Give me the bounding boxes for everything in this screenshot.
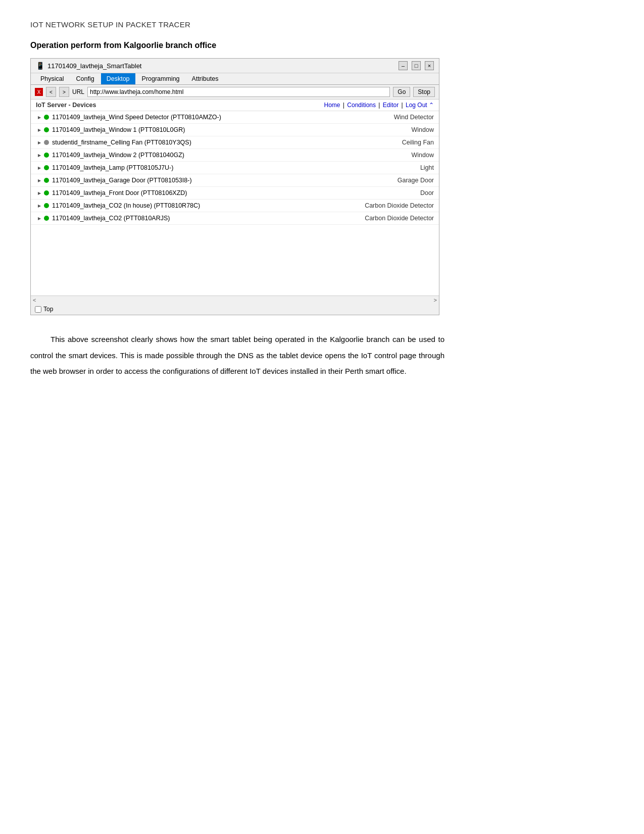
tab-desktop[interactable]: Desktop bbox=[101, 73, 135, 84]
device-row[interactable]: ▶ 11701409_lavtheja_Garage Door (PTT0810… bbox=[31, 174, 439, 187]
device-name-7: 11701409_lavtheja_CO2 (In house) (PTT081… bbox=[52, 202, 200, 209]
device-type-1: Window bbox=[412, 126, 434, 133]
window-title-area: 📱 11701409_lavtheja_SmartTablet bbox=[36, 62, 141, 70]
status-dot-0 bbox=[44, 115, 49, 120]
device-row[interactable]: ▶ 11701409_lavtheja_Front Door (PTT08106… bbox=[31, 187, 439, 200]
status-dot-6 bbox=[44, 190, 49, 195]
forward-button[interactable]: > bbox=[59, 87, 69, 97]
tab-programming[interactable]: Programming bbox=[136, 73, 185, 84]
close-button[interactable]: × bbox=[425, 61, 434, 70]
scroll-right[interactable]: > bbox=[434, 297, 437, 303]
expand-arrow-6: ▶ bbox=[38, 191, 41, 195]
window-controls: – □ × bbox=[399, 61, 434, 70]
device-type-6: Door bbox=[420, 189, 434, 197]
tab-attributes[interactable]: Attributes bbox=[186, 73, 224, 84]
device-left-6: ▶ 11701409_lavtheja_Front Door (PTT08106… bbox=[38, 189, 187, 197]
device-type-7: Carbon Dioxide Detector bbox=[365, 202, 434, 209]
maximize-button[interactable]: □ bbox=[412, 61, 421, 70]
tablet-icon: 📱 bbox=[36, 62, 44, 70]
separator-2: | bbox=[378, 102, 381, 109]
device-row[interactable]: ▶ studentid_firstname_Celling Fan (PTT08… bbox=[31, 136, 439, 149]
expand-arrow-1: ▶ bbox=[38, 128, 41, 132]
status-dot-7 bbox=[44, 203, 49, 208]
body-text: This above screenshot clearly shows how … bbox=[30, 331, 444, 379]
nav-arrow: ⌃ bbox=[429, 102, 434, 109]
device-type-3: Window bbox=[412, 152, 434, 159]
scroll-left[interactable]: < bbox=[33, 297, 36, 303]
device-list: ▶ 11701409_lavtheja_Wind Speed Detector … bbox=[31, 111, 439, 296]
top-checkbox[interactable] bbox=[35, 306, 41, 313]
expand-arrow-7: ▶ bbox=[38, 204, 41, 208]
device-type-2: Ceiling Fan bbox=[402, 139, 434, 146]
tab-physical[interactable]: Physical bbox=[35, 73, 70, 84]
go-button[interactable]: Go bbox=[393, 87, 410, 97]
device-left-5: ▶ 11701409_lavtheja_Garage Door (PTT0810… bbox=[38, 177, 192, 184]
expand-arrow-0: ▶ bbox=[38, 115, 41, 120]
minimize-button[interactable]: – bbox=[399, 61, 408, 70]
tab-config[interactable]: Config bbox=[71, 73, 100, 84]
device-row[interactable]: ▶ 11701409_lavtheja_CO2 (PTT0810ARJS) Ca… bbox=[31, 212, 439, 225]
url-label: URL bbox=[72, 88, 84, 95]
device-left-7: ▶ 11701409_lavtheja_CO2 (In house) (PTT0… bbox=[38, 202, 200, 209]
empty-space bbox=[31, 225, 439, 296]
separator-1: | bbox=[343, 102, 346, 109]
top-checkbox-label: Top bbox=[43, 306, 53, 313]
device-name-0: 11701409_lavtheja_Wind Speed Detector (P… bbox=[52, 114, 221, 121]
separator-3: | bbox=[402, 102, 405, 109]
expand-arrow-2: ▶ bbox=[38, 140, 41, 145]
status-dot-2 bbox=[44, 140, 49, 145]
device-name-5: 11701409_lavtheja_Garage Door (PTT081053… bbox=[52, 177, 192, 184]
expand-arrow-5: ▶ bbox=[38, 178, 41, 183]
status-dot-8 bbox=[44, 216, 49, 221]
device-left-3: ▶ 11701409_lavtheja_Window 2 (PTT081040G… bbox=[38, 152, 184, 159]
device-name-8: 11701409_lavtheja_CO2 (PTT0810ARJS) bbox=[52, 215, 170, 222]
device-name-4: 11701409_lavtheja_Lamp (PTT08105J7U-) bbox=[52, 164, 173, 171]
status-dot-4 bbox=[44, 165, 49, 170]
expand-arrow-8: ▶ bbox=[38, 216, 41, 221]
device-left-1: ▶ 11701409_lavtheja_Window 1 (PTT0810L0G… bbox=[38, 126, 185, 133]
device-type-0: Wind Detector bbox=[394, 114, 434, 121]
device-type-4: Light bbox=[420, 164, 434, 171]
expand-arrow-4: ▶ bbox=[38, 166, 41, 170]
browser-close-button[interactable]: X bbox=[35, 88, 43, 96]
window-title-text: 11701409_lavtheja_SmartTablet bbox=[47, 62, 141, 70]
window-tabs: Physical Config Desktop Programming Attr… bbox=[31, 73, 439, 85]
iot-header: IoT Server - Devices Home | Conditions |… bbox=[31, 100, 439, 111]
window-footer: Top bbox=[31, 304, 439, 315]
body-paragraph: This above screenshot clearly shows how … bbox=[30, 331, 444, 379]
device-type-5: Garage Door bbox=[398, 177, 434, 184]
nav-home[interactable]: Home bbox=[324, 102, 340, 109]
iot-server-label: IoT Server - Devices bbox=[36, 102, 96, 109]
url-input[interactable] bbox=[87, 87, 390, 97]
device-left-2: ▶ studentid_firstname_Celling Fan (PTT08… bbox=[38, 139, 191, 146]
stop-button[interactable]: Stop bbox=[413, 87, 435, 97]
device-row[interactable]: ▶ 11701409_lavtheja_Window 2 (PTT081040G… bbox=[31, 149, 439, 162]
device-row[interactable]: ▶ 11701409_lavtheja_CO2 (In house) (PTT0… bbox=[31, 200, 439, 212]
bottom-scrollbar[interactable]: < > bbox=[31, 296, 439, 304]
back-button[interactable]: < bbox=[46, 87, 56, 97]
page-title: IOT NETWORK SETUP IN PACKET TRACER bbox=[30, 20, 614, 29]
device-name-1: 11701409_lavtheja_Window 1 (PTT0810L0GR) bbox=[52, 126, 185, 133]
device-left-4: ▶ 11701409_lavtheja_Lamp (PTT08105J7U-) bbox=[38, 164, 173, 171]
device-name-6: 11701409_lavtheja_Front Door (PTT08106XZ… bbox=[52, 189, 187, 197]
window-titlebar: 📱 11701409_lavtheja_SmartTablet – □ × bbox=[31, 59, 439, 73]
status-dot-1 bbox=[44, 127, 49, 132]
status-dot-3 bbox=[44, 153, 49, 158]
simulator-window: 📱 11701409_lavtheja_SmartTablet – □ × Ph… bbox=[30, 58, 439, 315]
device-row[interactable]: ▶ 11701409_lavtheja_Window 1 (PTT0810L0G… bbox=[31, 124, 439, 136]
expand-arrow-3: ▶ bbox=[38, 153, 41, 158]
device-name-3: 11701409_lavtheja_Window 2 (PTT081040GZ) bbox=[52, 152, 184, 159]
device-left-8: ▶ 11701409_lavtheja_CO2 (PTT0810ARJS) bbox=[38, 215, 170, 222]
nav-conditions[interactable]: Conditions bbox=[347, 102, 376, 109]
device-row[interactable]: ▶ 11701409_lavtheja_Wind Speed Detector … bbox=[31, 111, 439, 124]
device-left-0: ▶ 11701409_lavtheja_Wind Speed Detector … bbox=[38, 114, 221, 121]
iot-content: IoT Server - Devices Home | Conditions |… bbox=[31, 100, 439, 304]
device-row[interactable]: ▶ 11701409_lavtheja_Lamp (PTT08105J7U-) … bbox=[31, 162, 439, 174]
section-heading: Operation perform from Kalgoorlie branch… bbox=[30, 41, 614, 50]
nav-editor[interactable]: Editor bbox=[383, 102, 399, 109]
browser-bar: X < > URL Go Stop bbox=[31, 85, 439, 100]
device-name-2: studentid_firstname_Celling Fan (PTT0810… bbox=[52, 139, 191, 146]
nav-logout[interactable]: Log Out bbox=[406, 102, 427, 109]
iot-nav: Home | Conditions | Editor | Log Out ⌃ bbox=[324, 102, 434, 109]
device-type-8: Carbon Dioxide Detector bbox=[365, 215, 434, 222]
